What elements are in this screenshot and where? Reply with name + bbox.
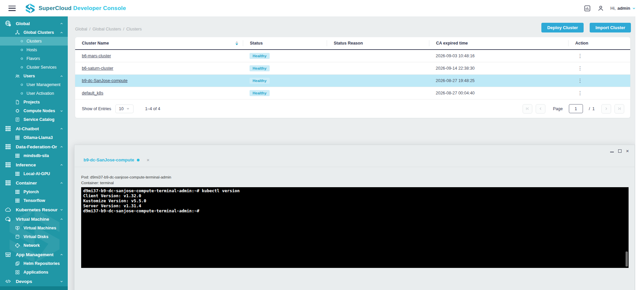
breadcrumb-item-global-clusters[interactable]: Global Clusters <box>93 27 121 31</box>
disk-icon <box>15 234 20 239</box>
table-row-b6-saturn-cluster[interactable]: b6-saturn-clusterHealthy2026-09-14 22:38… <box>75 62 630 75</box>
minimize-window-icon[interactable] <box>610 150 614 152</box>
cluster-name-link[interactable]: b9-dc-SanJose-compute <box>82 78 127 83</box>
sort-icon[interactable] <box>235 41 238 45</box>
sidebar-item-label: Service Catalog <box>23 117 54 122</box>
grid-icon <box>5 161 11 168</box>
status-badge: Healthy <box>250 53 270 59</box>
sidebar-item-container[interactable]: Container <box>0 178 68 188</box>
supercloud-logo-icon <box>25 3 35 13</box>
previous-page-button[interactable] <box>536 104 545 114</box>
sidebar-item-ai-chatbot[interactable]: AI-Chatbot <box>0 124 68 133</box>
sidebar-item-virtual-machine[interactable]: Virtual Machine <box>0 214 68 224</box>
table-row-b6-mars-cluster[interactable]: b6-mars-clusterHealthy2026-09-03 10:48:1… <box>75 50 630 62</box>
top-header-bar: SuperCloud Developer Console Hi, admin <box>0 0 644 16</box>
table-row-b9-dc-sanjose-compute[interactable]: b9-dc-SanJose-computeHealthy2026-08-27 1… <box>75 75 630 87</box>
hamburger-menu-icon[interactable] <box>8 6 16 11</box>
sidebar-item-tensorflow[interactable]: Tensorflow <box>0 196 68 205</box>
ca-expired-cell: 2026-09-03 10:48:16 <box>429 54 568 58</box>
sidebar-item-label: Devops <box>16 279 32 284</box>
sidebar-item-data-federation-or[interactable]: Data-Federation-Or <box>0 142 68 151</box>
deploy-cluster-button[interactable]: Deploy Cluster <box>541 23 584 32</box>
catalog-icon <box>15 117 20 122</box>
terminal-screen[interactable]: d9mi37-b9-dc-sanjose-compute-terminal-ad… <box>81 187 629 268</box>
tab-close-icon[interactable]: × <box>147 157 150 163</box>
sidebar-item-label: Local-AI-GPU <box>23 171 50 176</box>
page-number-input[interactable] <box>569 104 583 113</box>
sidebar-item-label: Ollama-Llama3 <box>23 135 53 140</box>
sidebar-item-label: Pytorch <box>23 190 39 194</box>
sidebar-item-hosts[interactable]: Hosts <box>0 46 68 54</box>
sidebar-item-kubernetes-resour[interactable]: Kubernetes Resour <box>0 205 68 214</box>
sidebar-item-virtual-machines[interactable]: Virtual Machines <box>0 224 68 232</box>
apps-icon <box>15 270 20 275</box>
sidebar-item-devops[interactable]: Devops <box>0 277 68 286</box>
grid-icon <box>15 189 20 195</box>
sidebar-item-label: Virtual Disks <box>23 234 48 239</box>
row-actions-kebab-icon[interactable]: ⋮ <box>575 78 585 84</box>
chevron-up-icon <box>60 145 63 149</box>
breadcrumb-item-global[interactable]: Global <box>75 27 87 31</box>
sidebar-item-users[interactable]: Users <box>0 72 68 80</box>
row-actions-kebab-icon[interactable]: ⋮ <box>575 65 585 71</box>
sidebar-item-global-clusters[interactable]: Global Clusters <box>0 28 68 37</box>
sidebar-item-helm-repositories[interactable]: Helm Repositories <box>0 259 68 268</box>
sidebar-item-mindsdb-sila[interactable]: mindsdb-sila <box>0 151 68 160</box>
user-profile-icon[interactable] <box>597 5 604 12</box>
sidebar-item-label: Inference <box>16 162 36 167</box>
next-page-button[interactable] <box>601 104 611 114</box>
close-window-icon[interactable]: × <box>626 149 629 153</box>
metrics-chart-icon[interactable] <box>584 5 591 12</box>
sidebar-item-user-activation[interactable]: User Activation <box>0 89 68 98</box>
cluster-name-link[interactable]: b6-mars-cluster <box>82 54 111 58</box>
sidebar-item-inference[interactable]: Inference <box>0 160 68 169</box>
sidebar-item-label: Helm Repositories <box>23 261 60 266</box>
sidebar-item-projects[interactable]: Projects <box>0 98 68 106</box>
sidebar-item-pytorch[interactable]: Pytorch <box>0 188 68 196</box>
sidebar-item-applications[interactable]: Applications <box>0 268 68 277</box>
entries-range-text: 1–4 of 4 <box>145 106 160 111</box>
chevron-up-icon <box>60 74 63 78</box>
cluster-name-link[interactable]: b6-saturn-cluster <box>82 66 113 71</box>
clusters-table-card: Cluster NameStatusStatus ReasonCA expire… <box>75 37 630 118</box>
page-size-select[interactable]: 10 <box>115 104 134 113</box>
column-header-action: Action <box>568 40 630 46</box>
sidebar-item-virtual-disks[interactable]: Virtual Disks <box>0 232 68 241</box>
table-row-default-k8s[interactable]: default_k8sHealthy2026-08-27 00:04:40⋮ <box>75 87 630 99</box>
sidebar-item-label: Cluster Services <box>26 65 57 70</box>
cluster-name-link[interactable]: default_k8s <box>82 91 103 95</box>
column-header-cluster-name[interactable]: Cluster Name <box>75 40 243 46</box>
user-menu[interactable]: Hi, admin <box>610 6 636 11</box>
row-actions-kebab-icon[interactable]: ⋮ <box>575 53 585 59</box>
sidebar-item-network[interactable]: Network <box>0 241 68 250</box>
sidebar-item-flavors[interactable]: Flavors <box>0 54 68 63</box>
last-page-button[interactable] <box>614 104 624 114</box>
column-header-status: Status <box>243 40 327 46</box>
cloud-gear-icon <box>5 216 11 222</box>
sidebar-item-ollama-llama3[interactable]: Ollama-Llama3 <box>0 133 68 142</box>
bullet-icon <box>20 40 23 43</box>
sidebar-item-label: Virtual Machines <box>23 226 56 230</box>
maximize-window-icon[interactable] <box>618 149 622 153</box>
chevron-up-icon <box>60 163 63 167</box>
import-cluster-button[interactable]: Import Cluster <box>590 23 631 32</box>
sidebar-item-user-management[interactable]: User Management <box>0 80 68 89</box>
sidebar-item-app-management[interactable]: App Management <box>0 250 68 259</box>
chevron-down-icon <box>632 6 636 10</box>
window-scrollbar-gutter <box>635 16 644 290</box>
sidebar-item-clusters[interactable]: Clusters <box>0 37 68 46</box>
row-actions-kebab-icon[interactable]: ⋮ <box>575 90 585 96</box>
sidebar-item-cluster-services[interactable]: Cluster Services <box>0 63 68 72</box>
sidebar-item-label: Tensorflow <box>23 198 45 203</box>
network-icon <box>15 243 20 248</box>
sidebar-item-label: Network <box>23 243 40 248</box>
sidebar-item-local-ai-gpu[interactable]: Local-AI-GPU <box>0 169 68 178</box>
sidebar-item-compute-nodes[interactable]: Compute Nodes <box>0 106 68 115</box>
sidebar-item-service-catalog[interactable]: Service Catalog <box>0 115 68 124</box>
breadcrumb-item-clusters: Clusters <box>126 27 142 31</box>
sidebar-item-global[interactable]: Global <box>0 19 68 28</box>
chevron-up-icon <box>60 217 63 221</box>
terminal-scrollbar-thumb[interactable] <box>626 251 628 267</box>
first-page-button[interactable] <box>523 104 532 114</box>
terminal-tab[interactable]: b9-dc-SanJose-compute <box>84 157 140 162</box>
